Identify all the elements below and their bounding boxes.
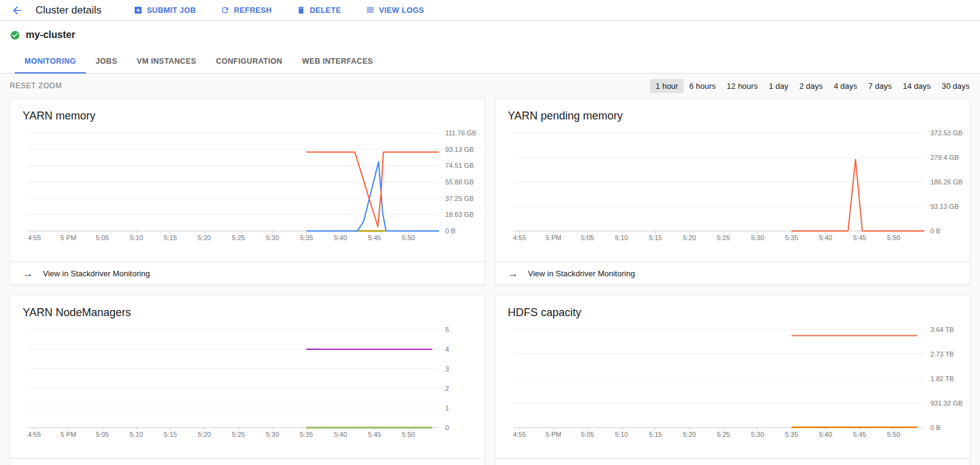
svg-text:5:30: 5:30: [751, 234, 764, 241]
app-header: Cluster details SUBMIT JOBREFRESHDELETEV…: [0, 0, 980, 21]
range-4-days[interactable]: 4 days: [828, 79, 862, 93]
svg-text:5:05: 5:05: [581, 431, 594, 438]
page-title: Cluster details: [36, 4, 102, 17]
chart-canvas[interactable]: 3.64 TB2.73 TB1.82 TB931.32 GB0 B4:555 P…: [496, 321, 970, 444]
svg-text:5:35: 5:35: [300, 431, 313, 438]
svg-text:5 PM: 5 PM: [546, 431, 562, 438]
back-button[interactable]: [10, 3, 24, 18]
svg-text:5:50: 5:50: [887, 431, 900, 438]
svg-text:5:20: 5:20: [683, 431, 696, 438]
reset-zoom-button[interactable]: RESET ZOOM: [10, 81, 62, 90]
range-1-hour[interactable]: 1 hour: [650, 79, 684, 93]
svg-text:2.73 TB: 2.73 TB: [930, 350, 954, 358]
svg-text:0: 0: [445, 424, 449, 431]
svg-text:5:15: 5:15: [649, 234, 662, 241]
svg-text:2: 2: [445, 385, 449, 392]
svg-text:5:35: 5:35: [785, 234, 798, 241]
app: Cluster details SUBMIT JOBREFRESHDELETEV…: [0, 0, 980, 465]
arrow-right-icon: →: [23, 268, 33, 279]
chart-card-yarn-pending-memory: YARN pending memory372.53 GB279.4 GB186.…: [495, 98, 970, 285]
range-6-hours[interactable]: 6 hours: [684, 79, 721, 93]
svg-text:5:45: 5:45: [853, 431, 866, 438]
svg-text:37.25 GB: 37.25 GB: [445, 195, 473, 202]
svg-text:4:55: 4:55: [28, 234, 40, 241]
svg-text:186.26 GB: 186.26 GB: [930, 178, 963, 186]
svg-text:5:40: 5:40: [819, 234, 832, 241]
chart-title: HDFS capacity: [496, 295, 970, 321]
tab-web-interfaces[interactable]: WEB INTERFACES: [292, 49, 383, 73]
svg-text:279.4 GB: 279.4 GB: [930, 154, 959, 161]
submit-job-button[interactable]: SUBMIT JOB: [134, 6, 196, 15]
svg-text:5:20: 5:20: [198, 234, 211, 241]
svg-text:5:50: 5:50: [402, 431, 415, 438]
svg-text:5 PM: 5 PM: [61, 234, 77, 241]
range-7-days[interactable]: 7 days: [863, 79, 897, 93]
svg-text:5:50: 5:50: [402, 234, 415, 241]
svg-text:5:25: 5:25: [232, 431, 245, 438]
chart-canvas[interactable]: 111.76 GB93.13 GB74.51 GB55.88 GB37.25 G…: [10, 124, 484, 247]
chart-title: YARN NodeManagers: [10, 295, 484, 321]
action-label: SUBMIT JOB: [147, 6, 196, 15]
svg-text:5:15: 5:15: [164, 234, 177, 241]
svg-text:5 PM: 5 PM: [61, 431, 77, 438]
charts-grid: YARN memory111.76 GB93.13 GB74.51 GB55.8…: [0, 98, 980, 465]
refresh-button[interactable]: REFRESH: [221, 6, 272, 15]
svg-text:18.63 GB: 18.63 GB: [445, 211, 473, 218]
cluster-name: my-cluster: [26, 29, 75, 40]
svg-text:0 B: 0 B: [445, 227, 456, 235]
svg-text:4:55: 4:55: [513, 234, 526, 241]
svg-text:3.64 TB: 3.64 TB: [930, 326, 954, 333]
trash-icon: [296, 6, 306, 15]
svg-text:5: 5: [445, 326, 449, 333]
chart-canvas[interactable]: 372.53 GB279.4 GB186.26 GB93.13 GB0 B4:5…: [496, 124, 970, 247]
stackdriver-link[interactable]: →View in Stackdriver Monitoring: [496, 458, 970, 465]
list-icon: [366, 6, 375, 15]
stackdriver-link[interactable]: →View in Stackdriver Monitoring: [10, 262, 484, 284]
chart-canvas[interactable]: 5432104:555 PM5:055:105:155:205:255:305:…: [10, 321, 484, 444]
range-1-day[interactable]: 1 day: [763, 79, 794, 93]
svg-text:5:10: 5:10: [130, 234, 143, 241]
svg-text:55.88 GB: 55.88 GB: [445, 178, 473, 186]
svg-text:5:25: 5:25: [232, 234, 245, 241]
chart-toolbar: RESET ZOOM 1 hour6 hours12 hours1 day2 d…: [0, 74, 980, 98]
svg-text:5:30: 5:30: [266, 234, 279, 241]
svg-text:5:05: 5:05: [96, 431, 108, 438]
view-logs-button[interactable]: VIEW LOGS: [366, 6, 424, 15]
stackdriver-link[interactable]: →View in Stackdriver Monitoring: [10, 458, 484, 465]
svg-text:5:35: 5:35: [785, 431, 798, 438]
svg-text:4: 4: [445, 346, 449, 353]
svg-text:1: 1: [445, 404, 449, 412]
chart-title: YARN pending memory: [496, 99, 970, 124]
chart-card-yarn-memory: YARN memory111.76 GB93.13 GB74.51 GB55.8…: [10, 98, 485, 285]
svg-text:5:50: 5:50: [887, 234, 900, 241]
delete-button[interactable]: DELETE: [296, 6, 341, 15]
tab-configuration[interactable]: CONFIGURATION: [206, 49, 292, 73]
range-30-days[interactable]: 30 days: [936, 79, 975, 93]
svg-text:5:15: 5:15: [164, 431, 177, 438]
chart-title: YARN memory: [10, 99, 484, 124]
header-actions: SUBMIT JOBREFRESHDELETEVIEW LOGS: [134, 6, 424, 15]
svg-text:5:15: 5:15: [649, 431, 662, 438]
svg-text:1.82 TB: 1.82 TB: [930, 375, 954, 382]
time-range-selector: 1 hour6 hours12 hours1 day2 days4 days7 …: [650, 79, 975, 93]
action-label: DELETE: [310, 6, 341, 15]
svg-text:5:40: 5:40: [334, 234, 347, 241]
range-14-days[interactable]: 14 days: [897, 79, 937, 93]
svg-text:5:05: 5:05: [581, 234, 594, 241]
tab-monitoring[interactable]: MONITORING: [15, 49, 86, 73]
svg-text:5:30: 5:30: [266, 431, 279, 438]
svg-text:5:10: 5:10: [130, 431, 143, 438]
range-2-days[interactable]: 2 days: [794, 79, 828, 93]
svg-text:5:30: 5:30: [751, 431, 764, 438]
tab-vm-instances[interactable]: VM INSTANCES: [127, 49, 206, 73]
tab-bar: MONITORINGJOBSVM INSTANCESCONFIGURATIONW…: [0, 49, 980, 74]
range-12-hours[interactable]: 12 hours: [722, 79, 764, 93]
action-label: VIEW LOGS: [379, 6, 424, 15]
svg-text:5:40: 5:40: [334, 431, 347, 438]
svg-text:5:45: 5:45: [853, 234, 866, 241]
svg-text:5:25: 5:25: [717, 431, 730, 438]
svg-text:5 PM: 5 PM: [546, 234, 562, 241]
tab-jobs[interactable]: JOBS: [86, 49, 127, 73]
stackdriver-link[interactable]: →View in Stackdriver Monitoring: [496, 262, 970, 284]
chart-card-yarn-nodemanagers: YARN NodeManagers5432104:555 PM5:055:105…: [10, 295, 485, 465]
